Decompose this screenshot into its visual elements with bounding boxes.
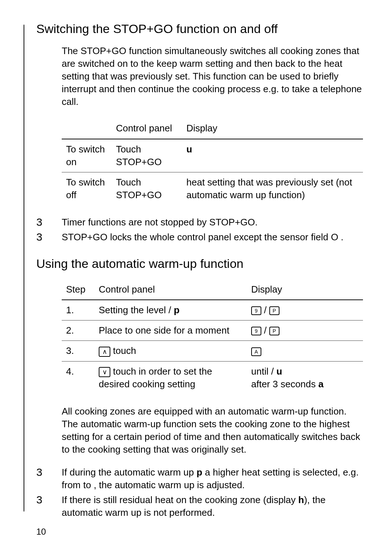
note-marker-icon: 3: [36, 466, 62, 478]
left-rule: [24, 25, 24, 511]
cell-label: To switch off: [62, 172, 111, 205]
note-row: 3 If there is still residual heat on the…: [36, 494, 363, 519]
cell-control: Setting the level / p: [94, 300, 247, 321]
cell-display: u: [182, 139, 363, 172]
warmup-paragraph: All cooking zones are equipped with an a…: [62, 405, 363, 456]
cell-step: 2.: [62, 321, 94, 341]
note-marker-icon: 3: [36, 216, 62, 228]
cell-control: Touch STOP+GO: [111, 139, 182, 172]
note-row: 3 Timer functions are not stopped by STO…: [36, 216, 363, 229]
stop-go-table: Control panel Display To switch on Touch…: [62, 118, 363, 205]
digit-9-icon: 9: [251, 306, 261, 315]
note-row: 3 STOP+GO locks the whole control panel …: [36, 231, 363, 244]
th-blank: [62, 118, 111, 139]
cell-step: 4.: [62, 361, 94, 394]
cell-control: Place to one side for a moment: [94, 321, 247, 341]
cell-step: 3.: [62, 341, 94, 361]
th-display: Display: [247, 279, 363, 300]
letter-a-icon: A: [251, 347, 261, 356]
note-text: If there is still residual heat on the c…: [62, 494, 363, 519]
heading-warmup: Using the automatic warm-up function: [36, 257, 363, 271]
note-marker-icon: 3: [36, 231, 62, 243]
cell-control: ∧ touch: [94, 341, 247, 361]
note-row: 3 If during the automatic warm up p a hi…: [36, 466, 363, 491]
table-row: 2. Place to one side for a moment 9 / P: [62, 321, 363, 341]
table-row: 3. ∧ touch A: [62, 341, 363, 361]
digit-9-icon: 9: [251, 327, 261, 335]
table-row: To switch on Touch STOP+GO u: [62, 139, 363, 172]
letter-p-icon: P: [269, 306, 279, 315]
cell-display: until / u after 3 seconds a: [247, 361, 363, 394]
th-control-panel: Control panel: [94, 279, 247, 300]
th-step: Step: [62, 279, 94, 300]
cell-step: 1.: [62, 300, 94, 321]
cell-display: A: [247, 341, 363, 361]
th-display: Display: [182, 118, 363, 139]
note-text: If during the automatic warm up p a high…: [62, 466, 363, 491]
note-text: Timer functions are not stopped by STOP+…: [62, 216, 363, 229]
heading-stop-go: Switching the STOP+GO function on and of…: [36, 22, 363, 36]
table-row: 4. ∨ touch in order to set the desired c…: [62, 361, 363, 394]
note-marker-icon: 3: [36, 494, 62, 506]
intro-paragraph: The STOP+GO function simultaneously swit…: [62, 45, 363, 108]
warmup-table: Step Control panel Display 1. Setting th…: [62, 279, 363, 394]
page-number: 10: [36, 527, 46, 537]
cell-control: Touch STOP+GO: [111, 172, 182, 205]
th-control-panel: Control panel: [111, 118, 182, 139]
letter-p-icon: P: [269, 327, 279, 335]
cell-display: heat setting that was previously set (no…: [182, 172, 363, 205]
cell-control: ∨ touch in order to set the desired cook…: [94, 361, 247, 394]
cell-display: 9 / P: [247, 300, 363, 321]
table-row: To switch off Touch STOP+GO heat setting…: [62, 172, 363, 205]
table-row: 1. Setting the level / p 9 / P: [62, 300, 363, 321]
note-text: STOP+GO locks the whole control panel ex…: [62, 231, 363, 244]
arrow-up-icon: ∧: [99, 347, 110, 357]
arrow-down-icon: ∨: [99, 367, 110, 377]
cell-label: To switch on: [62, 139, 111, 172]
cell-display: 9 / P: [247, 321, 363, 341]
